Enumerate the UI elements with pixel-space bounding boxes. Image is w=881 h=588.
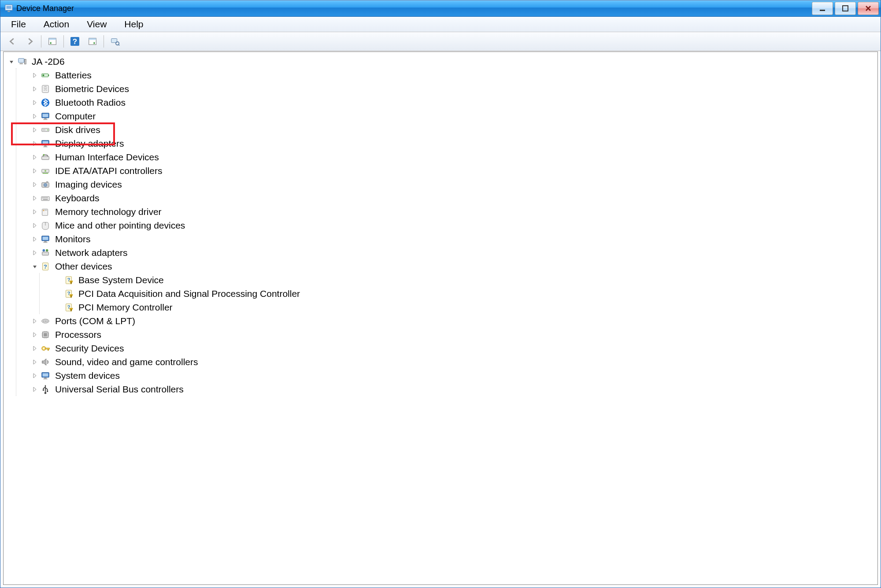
expand-icon[interactable] — [31, 113, 38, 120]
fingerprint-icon — [40, 84, 51, 94]
svg-rect-48 — [43, 210, 44, 211]
tree-item-security[interactable]: Security Devices — [31, 341, 875, 355]
collapse-icon[interactable] — [8, 58, 15, 65]
svg-point-26 — [47, 129, 48, 130]
tree-item-sound[interactable]: Sound, video and game controllers — [31, 355, 875, 369]
battery-icon — [40, 70, 51, 81]
tree-item-monitors[interactable]: Monitors — [31, 232, 875, 246]
svg-point-76 — [43, 348, 45, 349]
unknown-warn-icon: ?! — [63, 302, 74, 313]
expand-icon[interactable] — [31, 372, 38, 379]
expand-icon[interactable] — [31, 386, 38, 393]
tree-root[interactable]: JA -2D6 — [8, 55, 875, 68]
expand-icon[interactable] — [31, 72, 38, 79]
tree-item-pci-daq[interactable]: ?!PCI Data Acquisition and Signal Proces… — [55, 287, 875, 300]
tree-item-keyboards[interactable]: Keyboards — [31, 191, 875, 205]
tree-item-memtech[interactable]: Memory technology driver — [31, 205, 875, 218]
expand-icon[interactable] — [31, 154, 38, 161]
collapse-icon[interactable] — [31, 263, 38, 270]
help-button[interactable]: ? — [67, 34, 82, 49]
tree-item-batteries[interactable]: Batteries — [31, 68, 875, 82]
tree-item-label: Biometric Devices — [53, 82, 131, 96]
tree-item-other[interactable]: ?Other devices — [31, 259, 875, 273]
tree-item-system[interactable]: System devices — [31, 369, 875, 382]
card-icon — [40, 207, 51, 217]
svg-rect-36 — [43, 173, 48, 174]
expand-icon[interactable] — [31, 167, 38, 174]
menu-action[interactable]: Action — [41, 17, 72, 31]
network-icon — [40, 248, 51, 258]
hid-icon — [40, 152, 51, 163]
expand-icon[interactable] — [31, 126, 38, 133]
expand-icon[interactable] — [31, 222, 38, 229]
expand-icon[interactable] — [31, 318, 38, 325]
svg-text:?: ? — [73, 37, 77, 46]
camera-icon — [40, 179, 51, 190]
tree-item-hid[interactable]: Human Interface Devices — [31, 150, 875, 164]
svg-rect-46 — [43, 199, 48, 200]
svg-rect-55 — [42, 252, 49, 255]
expand-icon — [55, 304, 62, 311]
expand-icon[interactable] — [31, 208, 38, 215]
minimize-button[interactable] — [812, 2, 833, 15]
nav-back-button[interactable] — [5, 34, 20, 49]
tree-item-label: Batteries — [53, 68, 93, 82]
expand-icon[interactable] — [31, 99, 38, 106]
tree-item-ide[interactable]: IDE ATA/ATAPI controllers — [31, 164, 875, 178]
svg-rect-80 — [43, 373, 48, 376]
svg-rect-74 — [44, 333, 47, 336]
tree-item-processors[interactable]: Processors — [31, 328, 875, 341]
show-hide-tree-button[interactable] — [45, 34, 60, 49]
svg-point-84 — [43, 389, 44, 391]
expand-icon[interactable] — [31, 359, 38, 366]
tree-item-ports[interactable]: Ports (COM & LPT) — [31, 314, 875, 328]
tree-item-base-system[interactable]: ?!Base System Device — [55, 273, 875, 287]
close-button[interactable] — [858, 2, 879, 15]
monitor-icon — [40, 370, 51, 381]
svg-rect-32 — [42, 156, 49, 159]
tree-item-bluetooth[interactable]: Bluetooth Radios — [31, 96, 875, 109]
drive-ctrl-icon — [40, 166, 51, 176]
expand-icon[interactable] — [31, 331, 38, 338]
tree-item-usb[interactable]: Universal Serial Bus controllers — [31, 382, 875, 396]
expand-icon[interactable] — [31, 140, 38, 147]
nav-forward-button[interactable] — [22, 34, 37, 49]
tree-item-imaging[interactable]: Imaging devices — [31, 178, 875, 191]
tree-item-label: Other devices — [53, 259, 114, 273]
tree-item-mice[interactable]: Mice and other pointing devices — [31, 218, 875, 232]
expand-icon[interactable] — [31, 236, 38, 243]
expand-icon[interactable] — [31, 345, 38, 352]
svg-rect-44 — [46, 197, 47, 198]
svg-rect-43 — [44, 197, 45, 198]
menu-file[interactable]: File — [8, 17, 29, 31]
expand-icon[interactable] — [31, 85, 38, 92]
expand-icon[interactable] — [31, 195, 38, 202]
expand-icon[interactable] — [31, 249, 38, 256]
tree-item-label: Computer — [53, 109, 97, 123]
toolbar-separator — [41, 35, 41, 48]
expand-icon — [55, 277, 62, 284]
tree-item-display[interactable]: Display adapters — [31, 137, 875, 150]
svg-rect-52 — [43, 237, 48, 240]
svg-rect-78 — [48, 349, 49, 350]
menu-help[interactable]: Help — [122, 17, 146, 31]
menu-view[interactable]: View — [84, 17, 109, 31]
scan-hardware-button[interactable] — [107, 34, 122, 49]
svg-rect-39 — [46, 181, 48, 182]
port-icon — [40, 316, 51, 326]
tree-item-computer[interactable]: Computer — [31, 109, 875, 123]
tree-item-pci-mem[interactable]: ?!PCI Memory Controller — [55, 300, 875, 314]
tree-item-network[interactable]: Network adapters — [31, 246, 875, 259]
tree-item-label: Imaging devices — [53, 178, 124, 191]
device-tree[interactable]: JA -2D6BatteriesBiometric DevicesBluetoo… — [4, 52, 877, 399]
tree-item-label: Sound, video and game controllers — [53, 355, 200, 369]
expand-icon[interactable] — [31, 181, 38, 188]
svg-rect-18 — [43, 74, 44, 76]
properties-button[interactable] — [85, 34, 100, 49]
svg-rect-49 — [44, 210, 47, 211]
svg-rect-14 — [25, 59, 26, 64]
maximize-button[interactable] — [835, 2, 856, 15]
tree-item-biometric[interactable]: Biometric Devices — [31, 82, 875, 96]
tree-item-label: PCI Memory Controller — [77, 300, 174, 314]
tree-item-disk[interactable]: Disk drives — [31, 123, 875, 137]
